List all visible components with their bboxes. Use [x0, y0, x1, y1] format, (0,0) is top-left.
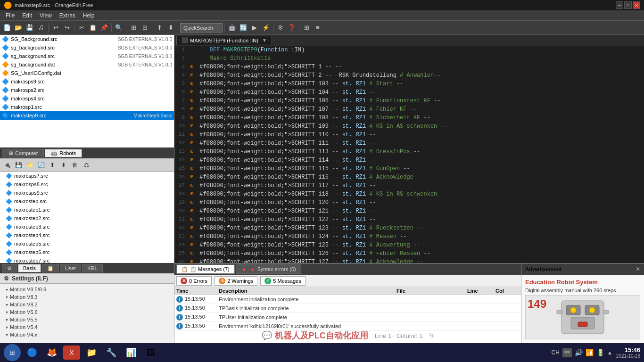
- line-expand-icon[interactable]: ⊞: [189, 106, 195, 112]
- unfold-icon[interactable]: ⊟: [140, 23, 150, 33]
- line-expand-icon[interactable]: ⊞: [189, 123, 195, 129]
- file-item[interactable]: 🔷 SG_Background.src SGB EXTERNALS V1.0.0: [0, 35, 174, 43]
- quicksearch-input[interactable]: [180, 23, 223, 33]
- fold-icon[interactable]: ⊞: [128, 23, 139, 33]
- line-expand-icon[interactable]: ⊞: [189, 115, 195, 120]
- file-item[interactable]: 🔷 sg_background.src SGB EXTERNALS V1.0.0: [0, 52, 174, 60]
- settings-item[interactable]: Motion V5.6: [2, 308, 172, 316]
- refresh-icon[interactable]: 🔄: [36, 160, 46, 170]
- file-item[interactable]: 🔷 makrosps9.src: [0, 77, 174, 86]
- maximize-button[interactable]: □: [624, 1, 632, 9]
- line-expand-icon[interactable]: ⊞: [189, 250, 195, 256]
- download2-icon[interactable]: ⬇: [58, 160, 69, 170]
- tab-messages[interactable]: 📋 📋 Messages (7): [176, 264, 235, 274]
- code-line[interactable]: 21⊞ #f08000;font-weight:bold;">SCHRITT 1…: [174, 216, 644, 224]
- list-view-icon[interactable]: ≡: [313, 23, 323, 33]
- compare-icon[interactable]: ⚖: [81, 160, 91, 170]
- settings-tab-basis[interactable]: Basis: [18, 264, 41, 272]
- settings-tab-krl[interactable]: KRL: [82, 264, 102, 272]
- tab-syntax-errors[interactable]: 🔺 🔺 Syntax errors (0): [236, 264, 301, 274]
- errors-button[interactable]: ✕ 0 Errors: [176, 276, 212, 286]
- compile-icon[interactable]: ▶: [249, 23, 260, 33]
- run-icon[interactable]: ⚡: [261, 23, 271, 33]
- ad-image-area[interactable]: 149: [525, 295, 640, 339]
- settings-item[interactable]: Motion V5.5: [2, 316, 172, 323]
- code-line[interactable]: 12⊞ #f08000;font-weight:bold;">SCHRITT 1…: [174, 140, 644, 148]
- tree-item[interactable]: 🔷 makrosps7.src: [0, 172, 174, 180]
- help2-icon[interactable]: ❓: [287, 23, 297, 33]
- taskbar-explorer[interactable]: 📁: [83, 344, 100, 361]
- code-line[interactable]: 24⊞ #f08000;font-weight:bold;">SCHRITT 1…: [174, 241, 644, 250]
- file-item[interactable]: 🔷 makrosps4.src: [0, 94, 174, 103]
- settings-item[interactable]: Motion V8.5/8.6: [2, 286, 172, 293]
- redo-icon[interactable]: ↪: [62, 23, 72, 33]
- code-line[interactable]: 8⊞ #f08000;font-weight:bold;">SCHRITT 10…: [174, 106, 644, 114]
- code-line[interactable]: 23⊞ #f08000;font-weight:bold;">SCHRITT 1…: [174, 233, 644, 241]
- cut-icon[interactable]: ✂: [76, 23, 87, 33]
- tree-item[interactable]: 🔷 makrosps9.src: [0, 189, 174, 197]
- line-expand-icon[interactable]: ⊞: [189, 89, 195, 95]
- settings-tab-user[interactable]: User: [60, 264, 81, 272]
- line-expand-icon[interactable]: ⊞: [189, 98, 195, 103]
- warnings-button[interactable]: ⚠ 2 Warnings: [215, 276, 257, 286]
- code-line[interactable]: 11⊞ #f08000;font-weight:bold;">SCHRITT 1…: [174, 131, 644, 140]
- tree-item[interactable]: 🔷 makrostep2.src: [0, 214, 174, 222]
- line-expand-icon[interactable]: ⊞: [189, 191, 195, 197]
- open-icon[interactable]: 📂: [13, 23, 24, 33]
- code-line[interactable]: 22⊞ #f08000;font-weight:bold;">SCHRITT 1…: [174, 224, 644, 233]
- settings-tab-gear[interactable]: ⚙: [2, 264, 17, 272]
- code-line[interactable]: 25⊞ #f08000;font-weight:bold;">SCHRITT 1…: [174, 250, 644, 258]
- save2-icon[interactable]: 💾: [13, 160, 24, 170]
- settings-item[interactable]: Motion V5.4: [2, 323, 172, 331]
- taskbar-image[interactable]: 🖼: [142, 344, 159, 361]
- settings-item[interactable]: Motion V4.x: [2, 331, 172, 338]
- line-expand-icon[interactable]: ⊞: [189, 148, 195, 154]
- settings-item[interactable]: Motion V8.2: [2, 301, 172, 308]
- line-expand-icon[interactable]: ⊞: [189, 157, 195, 163]
- undo-icon[interactable]: ↩: [50, 23, 61, 33]
- upload2-icon[interactable]: ⬆: [47, 160, 58, 170]
- line-expand-icon[interactable]: ⊞: [189, 225, 195, 230]
- line-expand-icon[interactable]: ⊞: [189, 199, 195, 205]
- menu-view[interactable]: View: [36, 11, 56, 20]
- delete-icon[interactable]: 🗑: [70, 160, 80, 170]
- code-line[interactable]: 16⊞ #f08000;font-weight:bold;">SCHRITT 1…: [174, 173, 644, 182]
- menu-help[interactable]: Help: [79, 11, 99, 20]
- line-expand-icon[interactable]: ⊞: [189, 233, 195, 239]
- tree-item[interactable]: 🔷 makrostep4.src: [0, 231, 174, 239]
- code-line[interactable]: 1 DEF MAKROSTEP9(Function :IN): [174, 46, 644, 55]
- tab-robots[interactable]: 🤖 Robots: [45, 149, 82, 157]
- code-line[interactable]: 5⊞ #f08000;font-weight:bold;">SCHRITT 10…: [174, 80, 644, 89]
- editor-tab-active[interactable]: ⬛ MAKROSTEP9 (Function :IN) ▼: [176, 36, 272, 45]
- new-icon[interactable]: 📄: [2, 23, 12, 33]
- menu-edit[interactable]: Edit: [18, 11, 36, 20]
- line-expand-icon[interactable]: ⊞: [189, 72, 195, 78]
- line-expand-icon[interactable]: ⊞: [189, 81, 195, 86]
- robot-connect-icon[interactable]: 🤖: [227, 23, 237, 33]
- code-line[interactable]: 3⊞ #f08000;font-weight:bold;">SCHRITT 1 …: [174, 63, 644, 72]
- line-expand-icon[interactable]: ⊞: [189, 242, 195, 247]
- file-item[interactable]: 🔷 sg_background.src SGB EXTERNALS V1.0.0: [0, 43, 174, 52]
- settings-tab-list[interactable]: 📋: [42, 264, 59, 272]
- tab-computer[interactable]: 🖥 Computer: [2, 149, 44, 157]
- code-line[interactable]: 7⊞ #f08000;font-weight:bold;">SCHRITT 10…: [174, 97, 644, 106]
- code-line[interactable]: 17⊞ #f08000;font-weight:bold;">SCHRITT 1…: [174, 182, 644, 190]
- line-expand-icon[interactable]: ⊞: [189, 64, 195, 69]
- download-icon[interactable]: ⬇: [165, 23, 176, 33]
- settings2-icon[interactable]: ⚙: [275, 23, 286, 33]
- paste-icon[interactable]: 📌: [99, 23, 109, 33]
- start-button[interactable]: ⊞: [4, 344, 21, 361]
- file-item[interactable]: 🔷 makrosp1.src: [0, 103, 174, 111]
- file-item-selected[interactable]: 🔷 makrostep9.src MakroStep9-Basic: [0, 111, 174, 120]
- line-expand-icon[interactable]: ⊞: [189, 182, 195, 188]
- line-expand-icon[interactable]: ⊞: [189, 208, 195, 214]
- tree-item[interactable]: 🔷 makrosps8.src: [0, 180, 174, 189]
- grid-view-icon[interactable]: ⊞: [301, 23, 312, 33]
- line-expand-icon[interactable]: ⊞: [189, 174, 195, 180]
- connect-icon[interactable]: 🔌: [2, 160, 12, 170]
- messages-button[interactable]: ✓ 5 Messages: [260, 276, 305, 286]
- file-item[interactable]: 🔶 SG_UserIOConfig.dat: [0, 69, 174, 77]
- taskbar-settings[interactable]: 🔧: [103, 344, 120, 361]
- tree-item[interactable]: 🔷 makrostep6.src: [0, 248, 174, 256]
- tree-item[interactable]: 🔷 makrostep1.src: [0, 206, 174, 214]
